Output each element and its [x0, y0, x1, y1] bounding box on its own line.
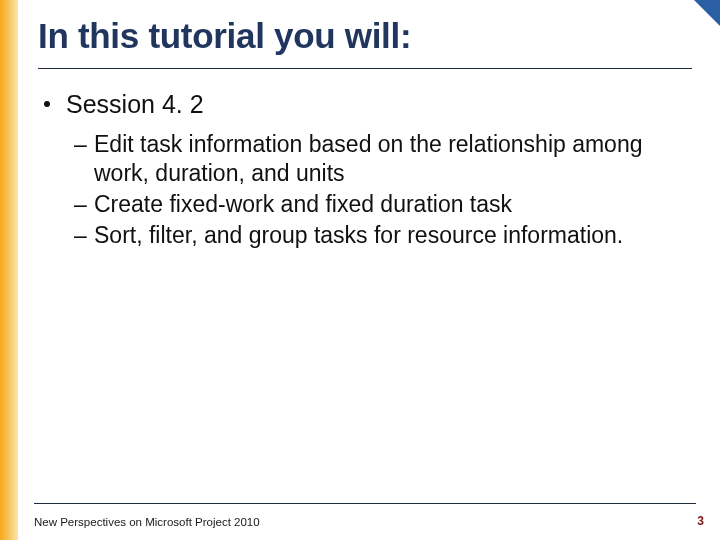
title-rule	[38, 68, 692, 69]
dash-icon: –	[74, 190, 90, 219]
footer-rule	[34, 503, 696, 504]
bullet-level1: Session 4. 2	[44, 89, 692, 120]
bullet-level2-text: Create fixed-work and fixed duration tas…	[94, 190, 512, 219]
bullet-level2-item: – Edit task information based on the rel…	[74, 130, 692, 188]
dash-icon: –	[74, 130, 90, 159]
bullet-level2-item: – Sort, filter, and group tasks for reso…	[74, 221, 692, 250]
footer-text: New Perspectives on Microsoft Project 20…	[34, 516, 260, 528]
bullet-area: Session 4. 2 – Edit task information bas…	[38, 89, 692, 249]
bullet-level2-item: – Create fixed-work and fixed duration t…	[74, 190, 692, 219]
bullet-level2-text: Edit task information based on the relat…	[94, 130, 692, 188]
page-number: 3	[697, 514, 704, 528]
bullet-level2-list: – Edit task information based on the rel…	[74, 130, 692, 249]
corner-fold	[694, 0, 720, 26]
bullet-dot-icon	[44, 101, 52, 107]
dash-icon: –	[74, 221, 90, 250]
accent-sidebar	[0, 0, 18, 540]
slide-content: In this tutorial you will: Session 4. 2 …	[38, 16, 692, 251]
bullet-level1-text: Session 4. 2	[66, 89, 204, 120]
bullet-level2-text: Sort, filter, and group tasks for resour…	[94, 221, 623, 250]
slide-title: In this tutorial you will:	[38, 16, 692, 66]
